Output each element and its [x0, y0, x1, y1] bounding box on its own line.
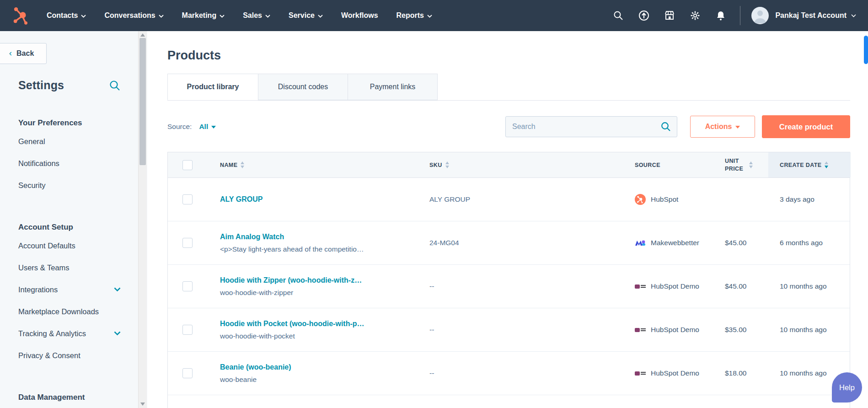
- chevron-down-icon: [851, 14, 856, 17]
- page-title: Products: [167, 48, 868, 63]
- product-name-link[interactable]: Aim Analog Watch: [220, 233, 284, 241]
- search-settings-icon[interactable]: [109, 80, 121, 91]
- chevron-down-icon: [265, 15, 270, 18]
- source-name: HubSpot: [651, 195, 678, 204]
- sidebar-item-account-defaults[interactable]: Account Defaults: [18, 235, 121, 257]
- sidebar-item-integrations[interactable]: Integrations: [18, 279, 121, 301]
- sidebar-item-marketplace-downloads[interactable]: Marketplace Downloads: [18, 301, 121, 322]
- row-checkbox[interactable]: [182, 194, 193, 204]
- actions-button[interactable]: Actions: [690, 116, 755, 138]
- sidebar-scrollbar[interactable]: [138, 31, 147, 408]
- tab-label: Payment links: [370, 83, 416, 91]
- source-filter-dropdown[interactable]: All: [199, 123, 216, 131]
- sidebar-item-security[interactable]: Security: [18, 174, 121, 196]
- account-menu[interactable]: Pankaj Test Account: [751, 7, 856, 24]
- create-date: 10 months ago: [780, 282, 827, 290]
- sidebar-item-users-teams[interactable]: Users & Teams: [18, 257, 121, 279]
- sidebar-item-label: Integrations: [18, 285, 58, 294]
- row-checkbox[interactable]: [182, 325, 193, 335]
- tab-discount-codes[interactable]: Discount codes: [258, 74, 348, 100]
- nav-utilities: Pankaj Test Account: [598, 6, 856, 25]
- scroll-up-arrow-icon[interactable]: [140, 33, 145, 37]
- page-scrollbar-thumb[interactable]: [864, 36, 868, 64]
- nav-item-marketing[interactable]: Marketing: [182, 11, 225, 20]
- nav-item-label: Contacts: [47, 11, 78, 20]
- hubspot-logo-icon[interactable]: [12, 6, 31, 25]
- settings-sidebar: ‹ Back Settings Your Preferences General…: [0, 31, 147, 408]
- chevron-down-icon: [318, 15, 323, 18]
- column-header-unit-price[interactable]: UNIT PRICE: [725, 152, 768, 177]
- nav-item-label: Sales: [243, 11, 262, 20]
- tab-payment-links[interactable]: Payment links: [348, 74, 438, 100]
- unit-price: $18.00: [725, 369, 746, 377]
- tab-product-library[interactable]: Product library: [167, 74, 258, 100]
- unit-price: $35.00: [725, 326, 746, 334]
- chevron-down-icon: [114, 287, 121, 292]
- search-icon[interactable]: [660, 121, 671, 132]
- nav-item-workflows[interactable]: Workflows: [341, 11, 378, 20]
- nav-item-contacts[interactable]: Contacts: [47, 11, 86, 20]
- sidebar-item-tracking-analytics[interactable]: Tracking & Analytics: [18, 322, 121, 344]
- source-filter-value: All: [199, 123, 208, 131]
- settings-icon[interactable]: [690, 10, 701, 21]
- help-button[interactable]: Help: [832, 372, 862, 403]
- scroll-down-arrow-icon[interactable]: [140, 403, 145, 406]
- sidebar-item-general[interactable]: General: [18, 130, 121, 152]
- row-checkbox[interactable]: [182, 368, 193, 378]
- source-name: Makewebbetter: [651, 239, 699, 247]
- tab-label: Discount codes: [278, 83, 328, 91]
- source-filter-label: Source:: [167, 123, 192, 131]
- column-header-name[interactable]: NAME: [202, 152, 429, 177]
- woocommerce-icon: [635, 327, 646, 332]
- sidebar-title: Settings: [18, 79, 64, 92]
- nav-item-reports[interactable]: Reports: [396, 11, 432, 20]
- sidebar-item-label: Security: [18, 181, 46, 190]
- section-heading: Account Setup: [18, 223, 121, 232]
- marketplace-icon[interactable]: [664, 10, 675, 21]
- actions-button-label: Actions: [705, 123, 732, 131]
- sidebar-item-privacy-consent[interactable]: Privacy & Consent: [18, 344, 121, 366]
- search-input[interactable]: [505, 116, 677, 137]
- sidebar-section-your-preferences: Your Preferences General Notifications S…: [0, 118, 147, 196]
- source-name: HubSpot Demo: [651, 282, 699, 290]
- product-name-link[interactable]: Hoodie with Pocket (woo-hoodie-with-p…: [220, 320, 364, 328]
- nav-item-label: Workflows: [341, 11, 378, 20]
- top-nav: Contacts Conversations Marketing Sales S…: [0, 0, 868, 31]
- chevron-down-icon: [114, 331, 121, 336]
- products-table: NAME SKU SOURCE UNIT PRICE CREATE DATE: [167, 152, 850, 408]
- upgrade-icon[interactable]: [638, 10, 649, 21]
- table-header-row: NAME SKU SOURCE UNIT PRICE CREATE DATE: [168, 152, 850, 178]
- nav-item-label: Service: [289, 11, 315, 20]
- sku-value: ALY GROUP: [429, 195, 470, 204]
- search-icon[interactable]: [613, 10, 624, 21]
- product-description: woo-hoodie-with-pocket: [220, 332, 295, 340]
- column-header-create-date[interactable]: CREATE DATE: [768, 152, 851, 177]
- chevron-down-icon: [81, 15, 86, 18]
- sort-arrows-icon: [749, 161, 753, 168]
- column-header-source[interactable]: SOURCE: [635, 152, 725, 177]
- select-all-checkbox[interactable]: [182, 160, 193, 170]
- nav-divider: [740, 6, 740, 25]
- row-checkbox[interactable]: [182, 238, 193, 248]
- woocommerce-icon: [635, 284, 646, 289]
- product-description: woo-hoodie-with-zipper: [220, 289, 293, 297]
- sidebar-scrollbar-thumb[interactable]: [139, 38, 146, 165]
- source-name: HubSpot Demo: [651, 326, 699, 334]
- notifications-icon[interactable]: [715, 10, 726, 21]
- sidebar-item-notifications[interactable]: Notifications: [18, 152, 121, 174]
- column-label: NAME: [220, 162, 237, 168]
- create-date: 3 days ago: [780, 195, 814, 204]
- nav-item-service[interactable]: Service: [289, 11, 323, 20]
- product-name-link[interactable]: Hoodie with Zipper (woo-hoodie-with-z…: [220, 276, 362, 285]
- sidebar-item-label: Users & Teams: [18, 263, 70, 272]
- nav-item-conversations[interactable]: Conversations: [104, 11, 163, 20]
- create-product-button[interactable]: Create product: [762, 115, 850, 138]
- nav-item-sales[interactable]: Sales: [243, 11, 270, 20]
- back-button[interactable]: ‹ Back: [0, 43, 47, 64]
- row-checkbox[interactable]: [182, 281, 193, 291]
- product-name-link[interactable]: ALY GROUP: [220, 195, 263, 204]
- product-name-link[interactable]: Beanie (woo-beanie): [220, 363, 291, 371]
- column-header-sku[interactable]: SKU: [429, 152, 635, 177]
- table-row: Hoodie with Zipper (woo-hoodie-with-z… w…: [168, 265, 850, 308]
- hubspot-icon: [635, 194, 646, 205]
